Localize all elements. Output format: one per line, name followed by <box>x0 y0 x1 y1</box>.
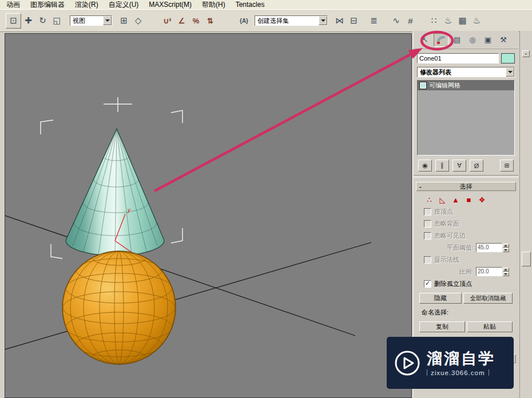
menu-graph-editors[interactable]: 图形编辑器 <box>25 0 70 10</box>
menu-help[interactable]: 帮助(H) <box>197 0 231 10</box>
by-vertex-label: 按顶点 <box>434 208 453 216</box>
configure-modifier-sets-icon[interactable]: ⊞ <box>500 160 514 172</box>
plane-constraint-icon[interactable]: ◇ <box>131 14 145 28</box>
snap-dot-icon[interactable]: ⊡ <box>6 13 21 29</box>
selection-rollout-header[interactable]: - 选择 <box>416 182 516 191</box>
watermark-url: zixue.3066.com <box>431 369 485 376</box>
secondary-panel-strip: - <box>519 31 532 398</box>
layer-manager-icon[interactable]: ≣ <box>367 14 381 28</box>
quick-render-icon[interactable]: ♨ <box>470 14 484 28</box>
named-selections-label: 命名选择: <box>422 308 516 317</box>
tab-display[interactable]: ▣ <box>481 33 495 46</box>
show-end-result-icon[interactable]: ∥ <box>435 160 449 172</box>
selection-rollout: - 选择 ∴ ◺ ▲ ■ ❖ 按顶点 忽略背面 忽略可见边 <box>416 182 516 363</box>
scale-label: 比例: <box>416 268 474 276</box>
modifier-stack[interactable]: 可编辑网格 <box>417 80 515 156</box>
schematic-view-icon[interactable]: # <box>403 14 418 28</box>
viewport-layout-icon[interactable]: ⊞ <box>117 14 131 28</box>
object-name-input[interactable] <box>417 53 499 63</box>
planar-threshold-spinner[interactable] <box>503 244 509 252</box>
hide-button[interactable]: 隐藏 <box>419 293 462 304</box>
menu-animation[interactable]: 动画 <box>1 0 25 10</box>
object-color-swatch[interactable] <box>501 53 515 63</box>
material-editor-icon[interactable]: ∷ <box>427 14 441 28</box>
spinner-down-icon[interactable] <box>503 272 509 276</box>
named-selection-sets-icon[interactable]: {A} <box>237 14 251 28</box>
viewport[interactable]: y x <box>5 33 412 398</box>
subobject-mode-row: ∴ ◺ ▲ ■ ❖ <box>425 196 516 204</box>
cone-object[interactable] <box>66 129 164 256</box>
selection-set-value: 创建选择集 <box>255 17 319 25</box>
ignore-visible-edges-checkbox[interactable] <box>424 232 431 240</box>
delete-isolated-checkbox[interactable] <box>424 280 431 288</box>
pin-stack-icon[interactable]: ◉ <box>418 160 432 172</box>
edge-icon[interactable]: ◺ <box>438 196 447 204</box>
make-unique-icon[interactable]: ∀ <box>452 160 466 172</box>
chevron-down-icon[interactable] <box>319 16 327 25</box>
face-icon[interactable]: ▲ <box>451 196 460 204</box>
chevron-down-icon[interactable] <box>103 16 112 25</box>
polygon-icon[interactable]: ■ <box>464 196 473 204</box>
ignore-backfacing-checkbox[interactable] <box>424 220 431 228</box>
play-icon <box>394 349 421 377</box>
tab-motion[interactable]: ◎ <box>466 33 479 46</box>
viewport-scene[interactable]: y x <box>5 34 411 397</box>
render-setup-icon[interactable]: ♨ <box>441 14 455 28</box>
strip-tab[interactable] <box>522 252 531 266</box>
sphere-object[interactable] <box>62 250 176 365</box>
scale-row: 比例: 20.0 <box>416 267 509 276</box>
render-frame-icon[interactable]: ▦ <box>455 14 470 28</box>
panel-divider <box>414 175 518 177</box>
spinner-up-icon[interactable] <box>503 244 509 248</box>
scale-spinner[interactable] <box>503 268 509 276</box>
ignore-backfacing-label: 忽略背面 <box>434 220 459 228</box>
hide-buttons-row: 隐藏 全部取消隐藏 <box>419 293 513 304</box>
stack-item-editable-mesh[interactable]: 可编辑网格 <box>418 81 514 90</box>
spinner-down-icon[interactable] <box>503 248 509 252</box>
planar-threshold-field[interactable]: 45.0 <box>476 243 502 252</box>
vertex-icon[interactable]: ∴ <box>425 196 434 204</box>
menu-customize[interactable]: 自定义(U) <box>104 0 144 10</box>
show-normals-label: 显示法线 <box>434 256 459 264</box>
tab-hierarchy[interactable]: ▤ <box>450 33 464 46</box>
element-icon[interactable]: ❖ <box>478 196 486 204</box>
selection-set-combo[interactable]: 创建选择集 <box>255 15 328 26</box>
modifier-list-label: 修改器列表 <box>418 68 506 77</box>
selection-rollout-title: 选择 <box>460 183 473 190</box>
chevron-down-icon[interactable] <box>506 67 514 77</box>
scale-field[interactable]: 20.0 <box>476 267 502 276</box>
planar-threshold-row: 平面阈值: 45.0 <box>416 243 509 252</box>
by-vertex-checkbox[interactable] <box>424 208 431 216</box>
command-panel-tabs: ↖ ▤ ◎ ▣ ⚒ <box>414 31 518 49</box>
3dsmax-window: 动画 图形编辑器 渲染(R) 自定义(U) MAXScript(M) 帮助(H)… <box>0 0 532 398</box>
select-move-icon[interactable]: ✚ <box>21 14 35 28</box>
percent-snap-icon[interactable]: % <box>189 14 203 28</box>
select-rotate-icon[interactable]: ↻ <box>35 14 50 28</box>
tab-utilities[interactable]: ⚒ <box>497 33 510 46</box>
tab-create[interactable]: ↖ <box>418 33 432 46</box>
strip-collapse-button[interactable]: - <box>522 50 530 57</box>
unhide-all-button[interactable]: 全部取消隐藏 <box>463 293 513 304</box>
watermark: 溜溜自学 zixue.3066.com <box>387 337 514 389</box>
select-scale-icon[interactable]: ◱ <box>50 14 64 28</box>
spinner-up-icon[interactable] <box>503 268 509 272</box>
reference-coordinate-combo[interactable]: 视图 <box>70 15 112 26</box>
menu-tentacles[interactable]: Tentacles <box>231 1 270 9</box>
watermark-title: 溜溜自学 <box>427 350 495 367</box>
copy-button[interactable]: 复制 <box>419 321 465 332</box>
spinner-snap-icon[interactable]: ⇅ <box>203 14 217 28</box>
show-normals-checkbox[interactable] <box>424 256 431 264</box>
mirror-icon[interactable]: ⋈ <box>332 14 347 28</box>
align-icon[interactable]: ⊟ <box>347 14 361 28</box>
menu-maxscript[interactable]: MAXScript(M) <box>144 1 197 9</box>
planar-threshold-label: 平面阈值: <box>416 244 474 252</box>
tab-modify[interactable] <box>434 33 448 47</box>
snap-3d-icon[interactable]: ∪³ <box>160 14 174 28</box>
paste-button[interactable]: 粘贴 <box>467 321 513 332</box>
menu-rendering[interactable]: 渲染(R) <box>70 0 104 10</box>
remove-modifier-icon[interactable]: Ø <box>470 160 483 172</box>
angle-snap-icon[interactable]: ∠ <box>174 14 189 28</box>
tick-icon <box>427 369 427 376</box>
modifier-list-dropdown[interactable]: 修改器列表 <box>417 67 515 77</box>
curve-editor-icon[interactable]: ∿ <box>389 14 403 28</box>
